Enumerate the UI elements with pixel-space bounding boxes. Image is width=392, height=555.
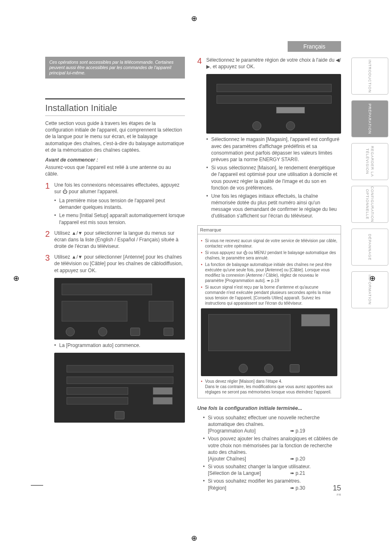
- section-title: Installation Initiale: [45, 98, 185, 116]
- crop-mark-top: ⊕: [191, 14, 197, 23]
- after-item-1-label: [Programmation Auto]: [208, 428, 290, 434]
- before-text: Assurez-vous que l'appareil est relié à …: [45, 164, 185, 177]
- step-1-text: Une fois les connexions nécessaires effe…: [54, 182, 180, 194]
- bullet-dot: •: [201, 238, 205, 249]
- step-number: 1: [45, 182, 54, 226]
- step-4-bullet-2: Si vous sélectionnez [Maison], le rendem…: [211, 164, 341, 191]
- page-lang: FR: [333, 493, 341, 497]
- left-column: Ces opérations sont accessibles par la t…: [45, 57, 185, 491]
- bullet-dot: •: [206, 136, 211, 163]
- step-number: 4: [197, 57, 206, 220]
- step-1-bullet-2: Le menu [Initial Setup] apparaît automat…: [59, 212, 185, 225]
- after-item-2-label: [Ajouter Chaînes]: [208, 456, 290, 462]
- remark-3: La fonction de balayage automatique init…: [205, 262, 337, 283]
- remote-back-icon: [115, 411, 125, 419]
- side-tab-preparation: PRÉPARATION: [351, 100, 388, 137]
- bullet-dot: •: [203, 463, 208, 476]
- after-item-4-page: ➠ p.30: [290, 485, 305, 491]
- side-tabs: INTRODUCTION PRÉPARATION REGARDER LA TÉL…: [351, 58, 388, 308]
- remark-4: Si aucun signal n'est reçu par la borne …: [205, 284, 337, 306]
- page-content: Français INTRODUCTION PRÉPARATION REGARD…: [45, 41, 341, 491]
- step-4-bullet-3: Une fois les réglages initiaux effectués…: [211, 193, 341, 220]
- remote-ok-icon: [98, 327, 107, 336]
- after-item-3-text: Si vous souhaitez changer la langue util…: [208, 464, 311, 469]
- remote-menu-icon: [164, 328, 173, 336]
- remark-footer: Vous devez régler [Maison] dans l'étape …: [205, 379, 337, 395]
- intro-note-box: Ces opérations sont accessibles par la t…: [45, 57, 185, 79]
- bullet-dot: •: [54, 197, 59, 210]
- language-tab: Français: [288, 41, 341, 52]
- remote-ok-icon: [264, 364, 273, 373]
- bullet-dot: •: [201, 262, 205, 283]
- step-4-bullet-1: Sélectionnez le magasin [Magasin], l'app…: [211, 136, 341, 163]
- page-number: 15: [333, 484, 341, 492]
- right-column: 4 Sélectionnez le paramètre région de vo…: [197, 57, 341, 491]
- side-tab-depannage: DÉPANNAGE: [351, 229, 388, 266]
- bullet-dot: •: [201, 379, 205, 395]
- bullet-dot: •: [203, 414, 208, 435]
- after-item-3-label: [Sélection de la Langue]: [208, 470, 290, 476]
- side-tab-information: INFORMATION: [351, 271, 388, 308]
- side-tab-regarder: REGARDER LA TÉLÉVISION: [351, 143, 388, 180]
- remote-nav-icon: [239, 364, 248, 373]
- bullet-dot: •: [54, 342, 59, 349]
- bullet-dot: •: [203, 478, 208, 491]
- remark-box: Remarque •Si vous ne recevez aucun signa…: [197, 225, 341, 398]
- bullet-dot: •: [201, 250, 205, 261]
- remote-menu-icon: [290, 364, 300, 372]
- step-4: 4 Sélectionnez le paramètre région de vo…: [197, 57, 341, 220]
- step-1-bullet-1: La première mise sous tension de l'appar…: [59, 197, 185, 210]
- figure-conseils-screen: [201, 308, 337, 376]
- after-config-heading: Une fois la configuration initiale termi…: [197, 405, 341, 412]
- step-3: 3 Utilisez ▲/▼ pour sélectionner [Antenn…: [45, 254, 185, 423]
- figure-region-screen: [206, 74, 341, 134]
- after-item-3-page: ➠ p.21: [290, 470, 305, 476]
- bullet-dot: •: [206, 193, 211, 220]
- bullet-dot: •: [203, 435, 208, 462]
- bullet-dot: •: [54, 212, 59, 225]
- figure-autoprogram-screen: [54, 353, 185, 423]
- remote-back-icon: [130, 328, 140, 336]
- remote-nav-icon: [252, 121, 261, 130]
- intro-paragraph: Cette section vous guide à travers les é…: [45, 120, 185, 153]
- before-heading: Avant de commencer :: [45, 157, 185, 163]
- after-item-1-text: Si vous souhaitez effectuer une nouvelle…: [208, 415, 320, 427]
- step-2: 2 Utilisez ▲/▼ pour sélectionner la lang…: [45, 230, 185, 250]
- step-number: 2: [45, 230, 54, 250]
- trim-line: [31, 485, 43, 486]
- after-item-4-text: Si vous souhaitez modifier les paramètre…: [208, 478, 301, 484]
- page-number-block: 15 FR: [333, 483, 341, 497]
- crop-mark-bottom: ⊕: [191, 533, 197, 543]
- after-item-4-label: [Région]: [208, 485, 290, 491]
- after-item-2-text: Vous pouvez ajouter les chaînes analogiq…: [208, 436, 338, 455]
- crop-mark-left: ⊕: [13, 273, 19, 283]
- figure-antenna-screen: [54, 278, 185, 340]
- remote-ok-icon: [286, 121, 295, 130]
- step-4-text: Sélectionnez le paramètre région de votr…: [206, 57, 341, 69]
- remark-2: Si vous appuyez sur ⏻ ou MENU pendant le…: [205, 250, 337, 261]
- remark-1: Si vous ne recevez aucun signal de votre…: [205, 238, 337, 249]
- step-3-text: Utilisez ▲/▼ pour sélectionner [Antenne]…: [54, 254, 183, 273]
- step-2-text: Utilisez ▲/▼ pour sélectionner la langue…: [54, 230, 185, 250]
- step-1: 1 Une fois les connexions nécessaires ef…: [45, 182, 185, 226]
- side-tab-introduction: INTRODUCTION: [351, 58, 388, 95]
- after-item-1-page: ➠ p.19: [290, 428, 305, 434]
- bullet-dot: •: [206, 164, 211, 191]
- bullet-dot: •: [201, 284, 205, 306]
- remark-heading: Remarque: [198, 226, 341, 234]
- step-3-after: La [Programmation auto] commence.: [59, 342, 185, 349]
- after-item-2-page: ➠ p.20: [290, 456, 305, 462]
- side-tab-configuration: CONFIGURATION OPTIONNELLE: [351, 186, 388, 223]
- step-number: 3: [45, 254, 54, 423]
- remote-nav-icon: [66, 327, 75, 336]
